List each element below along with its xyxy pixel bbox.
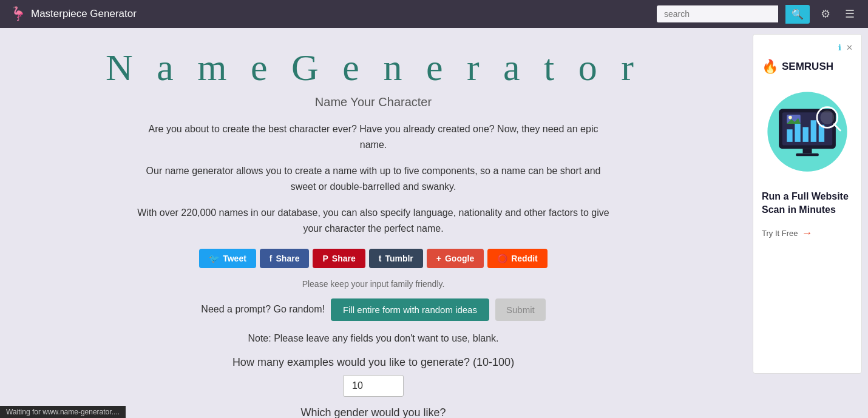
svg-rect-3 <box>787 129 792 142</box>
site-logo[interactable]: 🦩 Masterpiece Generator <box>10 6 137 22</box>
page-title: N a m e G e n e r a t o r <box>36 46 710 89</box>
facebook-icon: f <box>270 254 273 263</box>
ad-info-icon[interactable]: ℹ <box>838 43 841 53</box>
svg-rect-11 <box>803 149 812 153</box>
ad-controls: ℹ ✕ <box>762 43 853 53</box>
fill-random-button[interactable]: Fill entire form with random ideas <box>331 298 489 321</box>
main-wrapper: N a m e G e n e r a t o r Name Your Char… <box>0 28 868 418</box>
pinterest-share-label: Share <box>332 254 356 263</box>
blank-note: Note: Please leave any fields you don't … <box>36 333 710 344</box>
twitter-icon: 🐦 <box>209 254 219 263</box>
ad-cta-arrow-icon: → <box>801 227 812 240</box>
ad-cta[interactable]: Try It Free → <box>762 227 853 240</box>
svg-point-9 <box>788 116 792 120</box>
google-button[interactable]: + Google <box>427 249 484 268</box>
pinterest-share-button[interactable]: P Share <box>313 249 365 268</box>
google-label: Google <box>445 254 474 263</box>
facebook-share-label: Share <box>276 254 300 263</box>
logo-icon: 🦩 <box>10 6 26 22</box>
social-buttons: 🐦 Tweet f Share P Share t Tumblr + Googl… <box>36 249 710 268</box>
svg-rect-12 <box>796 153 819 157</box>
page-subtitle: Name Your Character <box>36 95 710 109</box>
ad-headline: Run a Full Website Scan in Minutes <box>762 190 853 217</box>
tune-icon-button[interactable]: ⚙ <box>817 5 834 23</box>
main-content: N a m e G e n e r a t o r Name Your Char… <box>0 28 747 418</box>
sidebar-ad: ℹ ✕ 🔥 SEMRUSH <box>747 28 868 418</box>
svg-rect-4 <box>795 124 800 142</box>
site-title: Masterpiece Generator <box>31 8 137 20</box>
search-input[interactable] <box>657 5 778 22</box>
semrush-flame-icon: 🔥 <box>762 59 778 75</box>
tumblr-button[interactable]: t Tumblr <box>369 249 423 268</box>
gender-question: Which gender would you like? <box>36 406 710 418</box>
examples-question: How many examples would you like to gene… <box>36 356 710 369</box>
ad-close-icon[interactable]: ✕ <box>846 43 853 53</box>
reddit-icon: ⭕ <box>497 254 507 263</box>
status-text: Waiting for www.name-generator.... <box>6 408 120 416</box>
prompt-label: Need a prompt? Go random! <box>201 304 325 315</box>
examples-count-input[interactable] <box>343 375 404 397</box>
reddit-button[interactable]: ⭕ Reddit <box>487 249 548 268</box>
description-2: Our name generator allows you to create … <box>137 163 610 194</box>
prompt-row: Need a prompt? Go random! Fill entire fo… <box>36 298 710 321</box>
facebook-share-button[interactable]: f Share <box>260 249 310 268</box>
tweet-button[interactable]: 🐦 Tweet <box>199 249 256 268</box>
search-button[interactable]: 🔍 <box>785 5 810 24</box>
ad-illustration <box>762 83 853 180</box>
search-icon: 🔍 <box>792 9 804 19</box>
ad-container: ℹ ✕ 🔥 SEMRUSH <box>753 34 862 374</box>
svg-rect-6 <box>811 120 816 142</box>
navbar: 🦩 Masterpiece Generator 🔍 ⚙ ☰ <box>0 0 868 28</box>
svg-rect-5 <box>803 127 809 142</box>
tumblr-icon: t <box>379 254 382 263</box>
menu-icon: ☰ <box>845 8 855 20</box>
family-friendly-note: Please keep your input family friendly. <box>36 279 710 289</box>
description-1: Are you about to create the best charact… <box>137 121 610 152</box>
pinterest-icon: P <box>322 254 328 263</box>
status-bar: Waiting for www.name-generator.... <box>0 406 126 418</box>
description-3: With over 220,000 names in our database,… <box>137 205 610 236</box>
tune-icon: ⚙ <box>821 8 830 20</box>
reddit-label: Reddit <box>511 254 538 263</box>
semrush-brand: SEMRUSH <box>782 61 833 73</box>
ad-cta-label: Try It Free <box>762 229 798 238</box>
submit-button[interactable]: Submit <box>495 298 546 321</box>
tweet-label: Tweet <box>223 254 246 263</box>
svg-point-15 <box>821 110 835 124</box>
semrush-logo: 🔥 SEMRUSH <box>762 59 853 75</box>
google-icon: + <box>436 254 441 263</box>
menu-button[interactable]: ☰ <box>841 5 858 23</box>
tumblr-label: Tumblr <box>385 254 413 263</box>
